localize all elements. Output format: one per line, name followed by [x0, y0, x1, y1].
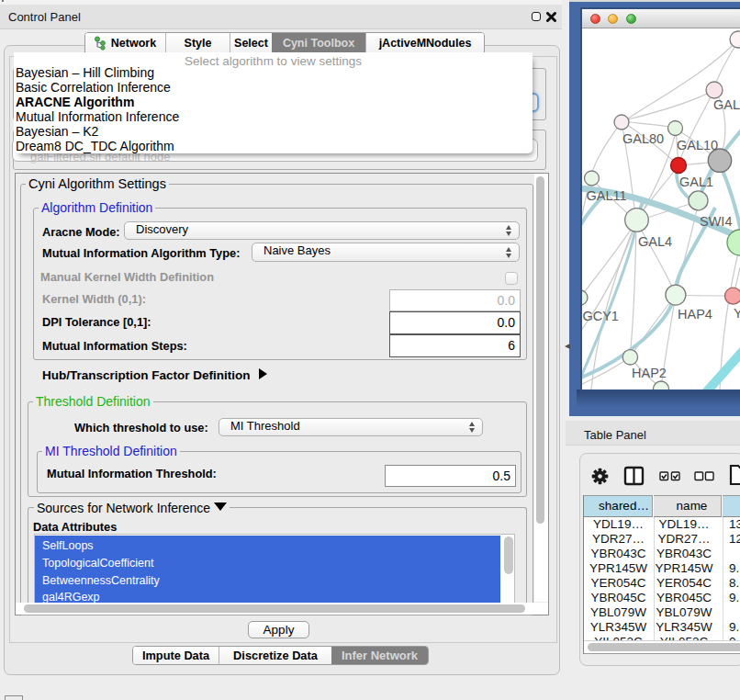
- svg-text:GAL4: GAL4: [638, 234, 672, 249]
- svg-text:GAL7: GAL7: [713, 97, 740, 112]
- svg-text:GAL11: GAL11: [587, 188, 627, 203]
- svg-text:GAL80: GAL80: [622, 131, 664, 146]
- svg-text:GAL10: GAL10: [677, 138, 718, 152]
- svg-text:SWI4: SWI4: [700, 214, 732, 229]
- svg-text:HAP4: HAP4: [678, 307, 712, 322]
- svg-text:GAL1: GAL1: [679, 175, 713, 189]
- svg-text:HAP2: HAP2: [632, 366, 667, 380]
- svg-text:GCY1: GCY1: [582, 309, 619, 323]
- svg-text:Y: Y: [734, 306, 740, 321]
